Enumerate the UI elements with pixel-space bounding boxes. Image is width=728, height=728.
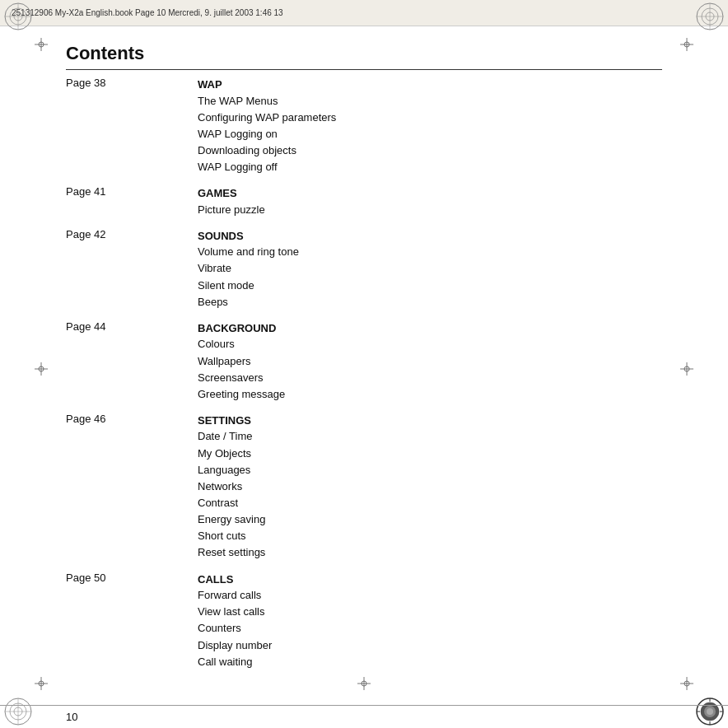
section-item: Screensavers [198,370,662,386]
toc-spacer-row [66,220,662,226]
section-item: Date / Time [198,428,662,445]
header-strip-text: 251312906 My-X2a English.book Page 10 Me… [12,8,283,17]
section-item: Reset settings [198,544,662,561]
section-item: View last calls [198,604,662,620]
section-item: Short cuts [198,528,662,544]
section-heading: SETTINGS [198,413,662,429]
toc-section-row: Page 42SOUNDSVolume and ring toneVibrate… [66,226,662,312]
toc-spacer-row [66,563,662,570]
section-item: Counters [198,620,662,637]
section-heading: BACKGROUND [198,320,662,337]
toc-section-content: BACKGROUNDColoursWallpapersScreensaversG… [198,319,662,404]
section-item: Beeps [198,294,662,310]
section-item: WAP Logging on [198,126,662,142]
section-item: WAP Logging off [198,159,662,175]
section-item: Configuring WAP parameters [198,110,662,126]
toc-section-row: Page 50CALLSForward callsView last calls… [66,570,662,672]
section-item: My Objects [198,446,662,462]
section-item: Networks [198,478,662,495]
toc-page-label: Page 41 [66,184,198,220]
section-item: The WAP Menus [198,93,662,110]
section-item: Contrast [198,495,662,511]
section-item: Energy saving [198,511,662,528]
toc-section-content: GAMESPicture puzzle [198,184,662,220]
section-heading: GAMES [198,185,662,202]
section-item: Call waiting [198,654,662,670]
section-heading: WAP [198,77,662,93]
section-item: Downloading objects [198,142,662,159]
toc-page-label: Page 38 [66,75,198,177]
toc-section-row: Page 46SETTINGSDate / TimeMy ObjectsLang… [66,411,662,563]
section-item: Vibrate [198,260,662,277]
toc-section-content: WAPThe WAP MenusConfiguring WAP paramete… [198,75,662,177]
section-item: Forward calls [198,587,662,604]
toc-section-row: Page 44BACKGROUNDColoursWallpapersScreen… [66,319,662,404]
content-area: Contents Page 38WAPThe WAP MenusConfigur… [0,26,728,728]
toc-page-label: Page 50 [66,570,198,672]
toc-page-label: Page 42 [66,226,198,312]
toc-section-content: SETTINGSDate / TimeMy ObjectsLanguagesNe… [198,411,662,563]
toc-spacer-row [66,312,662,319]
section-item: Display number [198,637,662,654]
toc-table: Page 38WAPThe WAP MenusConfiguring WAP p… [66,75,662,672]
section-item: Silent mode [198,278,662,294]
toc-spacer-row [66,177,662,184]
section-item: Picture puzzle [198,202,662,218]
toc-spacer-row [66,404,662,411]
section-item: Colours [198,336,662,352]
section-item: Languages [198,462,662,478]
page-number: 10 [66,711,77,723]
section-item: Wallpapers [198,353,662,370]
page-title: Contents [66,43,662,70]
section-heading: CALLS [198,572,662,588]
toc-section-content: SOUNDSVolume and ring toneVibrateSilent … [198,226,662,312]
toc-section-row: Page 41GAMESPicture puzzle [66,184,662,220]
toc-section-row: Page 38WAPThe WAP MenusConfiguring WAP p… [66,75,662,177]
toc-page-label: Page 44 [66,319,198,404]
section-item: Greeting message [198,386,662,403]
toc-section-content: CALLSForward callsView last callsCounter… [198,570,662,672]
page-number-bar: 10 [0,705,728,728]
section-heading: SOUNDS [198,228,662,245]
header-strip: 251312906 My-X2a English.book Page 10 Me… [0,0,728,26]
toc-page-label: Page 46 [66,411,198,563]
section-item: Volume and ring tone [198,244,662,260]
